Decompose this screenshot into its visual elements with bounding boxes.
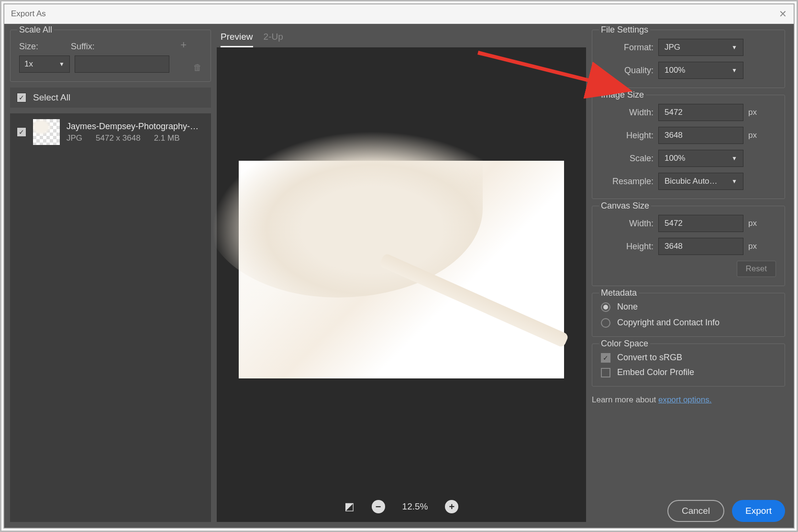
metadata-copyright-label: Copyright and Contact Info: [617, 318, 720, 328]
export-button[interactable]: Export: [732, 500, 785, 522]
height-label: Height:: [601, 131, 654, 141]
size-value: 1x: [24, 59, 33, 69]
chevron-down-icon: ▼: [732, 67, 737, 74]
asset-format: JPG: [66, 133, 82, 143]
embed-profile-label: Embed Color Profile: [617, 367, 694, 377]
asset-item[interactable]: ✓ Jaymes-Dempsey-Photography-… JPG 5472 …: [10, 113, 211, 151]
asset-filesize: 2.1 MB: [154, 133, 180, 143]
height-input[interactable]: 3648: [658, 127, 743, 144]
chevron-down-icon: ▼: [732, 155, 737, 162]
metadata-none-label: None: [617, 302, 638, 312]
asset-dimensions: 5472 x 3648: [96, 133, 141, 143]
px-unit: px: [748, 219, 757, 228]
select-all-label: Select All: [33, 92, 70, 103]
trash-icon[interactable]: 🗑: [193, 63, 202, 73]
scale-all-title: Scale All: [17, 25, 54, 35]
fit-screen-icon[interactable]: ◩: [344, 500, 355, 513]
close-icon[interactable]: ✕: [779, 8, 787, 20]
main-content: Scale All + Size: Suffix: 1x ▼ 🗑 ✓ Se: [4, 24, 794, 528]
preview-area: ◩ − 12.5% +: [217, 47, 586, 522]
select-all-checkbox[interactable]: ✓: [17, 93, 26, 102]
chevron-down-icon: ▼: [732, 44, 737, 51]
export-dialog: Export As ✕ Scale All + Size: Suffix: 1x…: [4, 4, 794, 528]
dialog-footer: Cancel Export: [592, 493, 785, 522]
image-size-group: Image Size Width: 5472 px Height: 3648 p…: [592, 95, 785, 199]
chevron-down-icon: ▼: [732, 178, 737, 185]
zoom-in-icon[interactable]: +: [445, 500, 458, 513]
cancel-button[interactable]: Cancel: [667, 500, 724, 522]
canvas-size-title: Canvas Size: [599, 201, 651, 211]
zoom-out-icon[interactable]: −: [372, 500, 385, 513]
scale-select[interactable]: 100% ▼: [658, 150, 743, 167]
px-unit: px: [748, 242, 757, 251]
canvas-height-input[interactable]: 3648: [658, 238, 743, 255]
metadata-copyright-radio[interactable]: [601, 318, 610, 328]
scale-all-group: Scale All + Size: Suffix: 1x ▼ 🗑: [10, 30, 211, 82]
asset-checkbox[interactable]: ✓: [17, 127, 26, 137]
canvas-width-input[interactable]: 5472: [658, 215, 743, 232]
size-select[interactable]: 1x ▼: [19, 55, 70, 73]
image-size-title: Image Size: [599, 90, 646, 100]
width-label: Width:: [601, 108, 654, 118]
center-panel: Preview 2-Up ◩ − 12.5% +: [217, 30, 586, 522]
window-title: Export As: [11, 9, 46, 19]
select-all-bar: ✓ Select All: [10, 88, 211, 108]
quality-select[interactable]: 100% ▼: [658, 62, 743, 79]
width-input[interactable]: 5472: [658, 104, 743, 121]
srgb-checkbox[interactable]: ✓: [601, 353, 610, 363]
zoom-level: 12.5%: [402, 501, 428, 512]
export-options-link[interactable]: export options.: [658, 395, 712, 404]
quality-label: Quality:: [601, 66, 654, 76]
px-unit: px: [748, 108, 757, 117]
tab-preview[interactable]: Preview: [221, 32, 253, 47]
color-space-title: Color Space: [599, 339, 650, 349]
metadata-group: Metadata None Copyright and Contact Info: [592, 293, 785, 337]
asset-name: Jaymes-Dempsey-Photography-…: [66, 122, 204, 132]
size-label: Size:: [19, 42, 38, 52]
file-settings-title: File Settings: [599, 25, 650, 35]
reset-button[interactable]: Reset: [737, 261, 776, 277]
metadata-title: Metadata: [599, 288, 639, 298]
add-scale-icon[interactable]: +: [180, 39, 187, 51]
preview-tabs: Preview 2-Up: [217, 30, 586, 47]
canvas-size-group: Canvas Size Width: 5472 px Height: 3648 …: [592, 206, 785, 286]
zoom-toolbar: ◩ − 12.5% +: [217, 491, 586, 522]
chevron-down-icon: ▼: [59, 61, 65, 67]
asset-thumbnail: [33, 119, 60, 145]
canvas-height-label: Height:: [601, 242, 654, 252]
scale-label: Scale:: [601, 154, 654, 164]
asset-info: Jaymes-Dempsey-Photography-… JPG 5472 x …: [66, 122, 204, 143]
embed-profile-checkbox[interactable]: [601, 368, 610, 377]
learn-more-text: Learn more about export options.: [592, 395, 785, 405]
canvas-viewport[interactable]: [217, 47, 586, 491]
srgb-label: Convert to sRGB: [617, 353, 682, 363]
right-panel: File Settings Format: JPG ▼ Quality: 100…: [592, 30, 788, 522]
asset-list: ✓ Jaymes-Dempsey-Photography-… JPG 5472 …: [10, 113, 211, 522]
suffix-label: Suffix:: [71, 42, 95, 52]
file-settings-group: File Settings Format: JPG ▼ Quality: 100…: [592, 30, 785, 88]
tab-2up[interactable]: 2-Up: [264, 32, 283, 47]
titlebar: Export As ✕: [4, 4, 794, 24]
resample-label: Resample:: [601, 177, 654, 187]
preview-image: [239, 161, 564, 378]
format-label: Format:: [601, 43, 654, 53]
color-space-group: Color Space ✓ Convert to sRGB Embed Colo…: [592, 344, 785, 387]
metadata-none-radio[interactable]: [601, 302, 610, 312]
px-unit: px: [748, 131, 757, 140]
resample-select[interactable]: Bicubic Auto… ▼: [658, 173, 743, 190]
suffix-input[interactable]: [75, 55, 169, 73]
format-select[interactable]: JPG ▼: [658, 39, 743, 56]
canvas-width-label: Width:: [601, 219, 654, 229]
left-panel: Scale All + Size: Suffix: 1x ▼ 🗑 ✓ Se: [10, 30, 211, 522]
